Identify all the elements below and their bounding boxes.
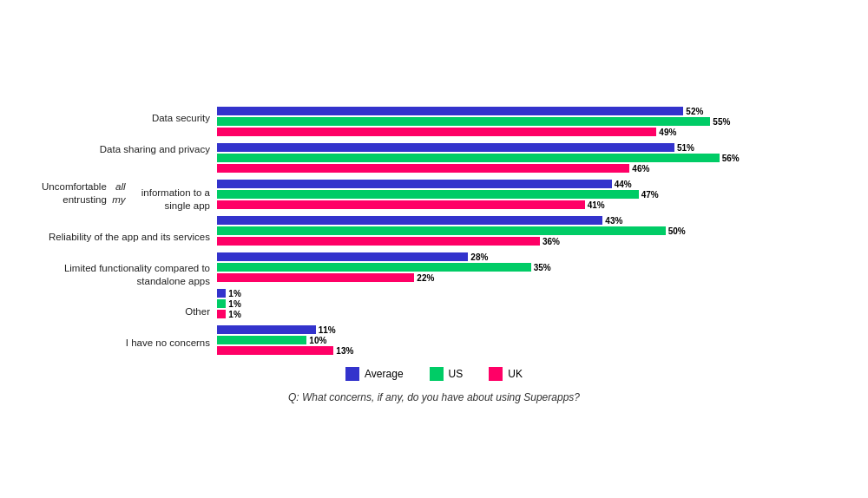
category-label-1: Data sharing and privacy bbox=[26, 143, 217, 156]
bar-value-avg: 44% bbox=[615, 180, 632, 189]
category-label-5: Other bbox=[26, 305, 217, 318]
bar-value-us: 35% bbox=[534, 263, 551, 272]
bar-avg bbox=[217, 325, 316, 334]
bar-row-us: 35% bbox=[217, 263, 842, 272]
legend-color-uk bbox=[489, 367, 503, 381]
bar-row-uk: 13% bbox=[217, 346, 842, 355]
legend-label-uk: UK bbox=[508, 368, 523, 380]
bar-value-us: 55% bbox=[713, 117, 730, 127]
bar-value-uk: 13% bbox=[336, 346, 353, 356]
bar-row-uk: 49% bbox=[217, 128, 842, 136]
bar-row-uk: 46% bbox=[217, 164, 842, 173]
bar-row-avg: 52% bbox=[217, 107, 842, 115]
bar-row-us: 1% bbox=[217, 299, 842, 308]
bar-us bbox=[217, 299, 226, 308]
bar-us bbox=[217, 336, 306, 344]
category-label-3: Reliability of the app and its services bbox=[26, 231, 217, 244]
bar-uk bbox=[217, 346, 333, 355]
bar-us bbox=[217, 154, 720, 162]
bar-group-2: 44%47%41% bbox=[217, 176, 842, 213]
legend-item-uk: UK bbox=[489, 367, 523, 381]
bar-value-us: 47% bbox=[641, 190, 659, 200]
labels-column: Data securityData sharing and privacyUnc… bbox=[26, 103, 217, 358]
bar-value-avg: 43% bbox=[605, 216, 622, 226]
footnote: Q: What concerns, if any, do you have ab… bbox=[26, 391, 842, 403]
bar-avg bbox=[217, 216, 602, 225]
bar-us bbox=[217, 226, 666, 235]
bar-value-avg: 28% bbox=[470, 252, 488, 262]
bar-row-uk: 41% bbox=[217, 200, 842, 209]
bar-avg bbox=[217, 107, 683, 115]
bar-row-avg: 51% bbox=[217, 143, 842, 152]
bar-value-avg: 11% bbox=[319, 325, 336, 335]
bar-row-avg: 28% bbox=[217, 252, 842, 261]
bar-group-4: 28%35%22% bbox=[217, 249, 842, 285]
bar-value-avg: 1% bbox=[228, 289, 240, 298]
bar-value-uk: 46% bbox=[632, 164, 649, 174]
bar-value-uk: 22% bbox=[417, 273, 434, 283]
legend-label-average: Average bbox=[365, 368, 403, 380]
bar-row-avg: 44% bbox=[217, 180, 842, 188]
bar-row-uk: 1% bbox=[217, 310, 842, 318]
bar-group-3: 43%50%36% bbox=[217, 213, 842, 249]
bar-row-uk: 36% bbox=[217, 237, 842, 246]
bar-value-uk: 36% bbox=[542, 237, 560, 246]
bar-avg bbox=[217, 252, 468, 261]
legend-item-us: US bbox=[430, 367, 464, 381]
legend-color-average bbox=[345, 367, 359, 381]
legend-color-us bbox=[430, 367, 444, 381]
bar-value-uk: 1% bbox=[228, 310, 240, 319]
bar-group-5: 1%1%1% bbox=[217, 285, 842, 322]
bar-row-avg: 43% bbox=[217, 216, 842, 225]
bar-avg bbox=[217, 180, 612, 188]
bar-row-uk: 22% bbox=[217, 273, 842, 282]
bar-avg bbox=[217, 289, 226, 298]
bar-row-us: 10% bbox=[217, 336, 842, 344]
bar-value-us: 56% bbox=[722, 154, 740, 163]
bar-value-us: 10% bbox=[309, 336, 326, 345]
bar-uk bbox=[217, 164, 629, 173]
bar-avg bbox=[217, 143, 674, 152]
category-label-2: Uncomfortable entrusting all myinformati… bbox=[26, 174, 217, 213]
bar-row-avg: 1% bbox=[217, 289, 842, 298]
bar-us bbox=[217, 117, 710, 126]
bar-uk bbox=[217, 273, 414, 282]
bar-uk bbox=[217, 200, 585, 209]
category-label-6: I have no concerns bbox=[26, 337, 217, 350]
bar-group-0: 52%55%49% bbox=[217, 103, 842, 140]
bar-us bbox=[217, 263, 531, 272]
chart-container: Data securityData sharing and privacyUnc… bbox=[26, 103, 842, 403]
bar-row-us: 55% bbox=[217, 117, 842, 126]
bar-group-6: 11%10%13% bbox=[217, 322, 842, 358]
bar-group-1: 51%56%46% bbox=[217, 140, 842, 176]
category-label-4: Limited functionality compared to standa… bbox=[26, 262, 217, 288]
category-label-0: Data security bbox=[26, 112, 217, 125]
bar-value-us: 50% bbox=[668, 226, 686, 236]
bar-row-us: 50% bbox=[217, 226, 842, 235]
bar-row-us: 47% bbox=[217, 190, 842, 199]
bar-value-uk: 41% bbox=[588, 200, 605, 210]
bar-row-avg: 11% bbox=[217, 325, 842, 334]
legend: AverageUSUK bbox=[26, 367, 842, 381]
bar-value-us: 1% bbox=[228, 299, 240, 309]
bars-column: 52%55%49%51%56%46%44%47%41%43%50%36%28%3… bbox=[217, 103, 842, 358]
bar-value-avg: 51% bbox=[677, 143, 694, 153]
bar-uk bbox=[217, 310, 226, 318]
bar-row-us: 56% bbox=[217, 154, 842, 162]
bar-uk bbox=[217, 128, 656, 136]
chart-area: Data securityData sharing and privacyUnc… bbox=[26, 103, 842, 358]
legend-item-average: Average bbox=[345, 367, 403, 381]
bar-uk bbox=[217, 237, 540, 246]
legend-label-us: US bbox=[449, 368, 464, 380]
bar-us bbox=[217, 190, 639, 199]
bar-value-avg: 52% bbox=[686, 107, 703, 116]
bar-value-uk: 49% bbox=[659, 128, 676, 137]
